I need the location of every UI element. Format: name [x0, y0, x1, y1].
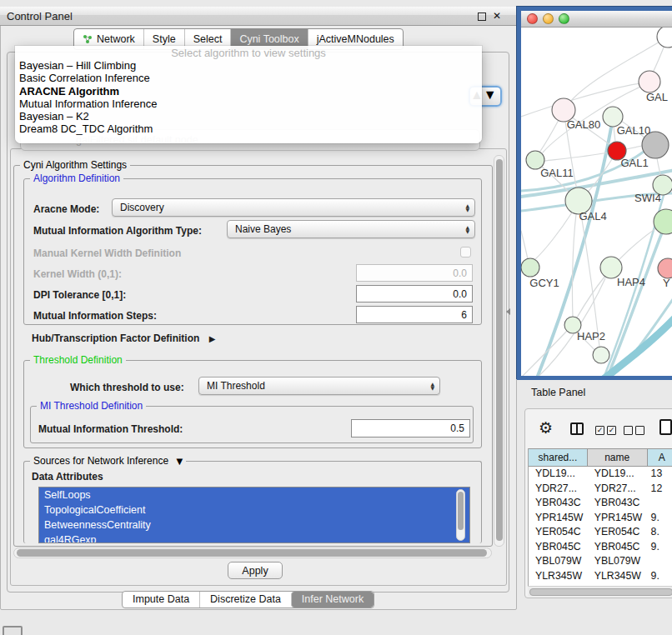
apply-button[interactable]: Apply [228, 562, 283, 579]
network-node-gcy1[interactable] [521, 258, 539, 277]
mi-type-label: Mutual Information Algorithm Type: [33, 225, 202, 237]
algorithm-option[interactable]: Bayesian – K2 [15, 110, 482, 122]
settings-vscrollbar[interactable] [494, 155, 504, 547]
data-attribute-item[interactable]: TopologicalCoefficient [39, 502, 469, 518]
table-row[interactable]: YBR043CYBR043C [529, 496, 672, 511]
network-node[interactable] [654, 209, 672, 234]
data-attributes-list[interactable]: SelfLoopsTopologicalCoefficientBetweenne… [38, 487, 470, 543]
select-all-icon[interactable]: ✓ [607, 426, 616, 435]
table-hscrollbar[interactable] [528, 586, 672, 597]
dpi-tolerance-field[interactable]: 0.0 [356, 285, 473, 302]
settings-hscrollbar-thumb[interactable] [17, 549, 487, 557]
network-node[interactable] [657, 28, 672, 48]
close-icon[interactable]: ✕ [493, 10, 501, 22]
splitter-collapse-icon[interactable] [506, 308, 510, 315]
attributes-scrollbar-thumb[interactable] [458, 492, 464, 530]
algorithm-definition-title: Algorithm Definition [30, 173, 123, 184]
node-label: GAL80 [567, 118, 600, 131]
mi-steps-field[interactable]: 6 [356, 306, 473, 323]
screen: Control Panel ✕ NetworkStyleSelectCyni T… [0, 0, 672, 635]
settings-vscrollbar-thumb[interactable] [496, 159, 503, 541]
network-node-y[interactable] [658, 258, 672, 278]
table-cell: YLR345W [588, 569, 648, 584]
table-cell: YBR043C [588, 496, 648, 511]
table-cell: YDL19... [529, 467, 588, 482]
algorithm-option[interactable]: Basic Correlation Inference [15, 72, 482, 84]
table-cell: YDL19... [588, 467, 648, 482]
network-edge [619, 228, 656, 260]
mi-type-combo[interactable]: Naive Bayes ▲▼ [227, 220, 475, 238]
tab-label: jActiveMNodules [317, 33, 394, 45]
sources-group-toggle[interactable]: Sources for Network Inference ▼ [30, 456, 186, 467]
stepper-arrows-icon: ▲▼ [465, 203, 469, 212]
table-row[interactable]: YLR345WYLR345W9. [529, 569, 672, 584]
algorithm-option[interactable]: ARACNE Algorithm [15, 85, 482, 98]
tab-label: Select [193, 33, 223, 45]
zoom-traffic-light[interactable] [559, 13, 569, 24]
network-edge [521, 83, 640, 117]
data-attributes-label: Data Attributes [32, 471, 103, 482]
minimize-traffic-light[interactable] [543, 13, 554, 24]
manual-kernel-label: Manual Kernel Width Definition [33, 248, 181, 259]
columns-icon-divider [576, 424, 578, 433]
network-edge [544, 152, 608, 161]
column-header-shared-[interactable]: shared... [529, 449, 588, 466]
table-row[interactable]: YDR27...YDR27...12 [529, 482, 672, 497]
sources-group-title: Sources for Network Inference [33, 455, 168, 467]
create-column-icon[interactable] [659, 419, 672, 435]
table-row[interactable]: YER054CYER054C8. [529, 525, 672, 540]
algorithm-option[interactable]: Mutual Information Inference [15, 98, 482, 110]
deselect-all-icon[interactable] [635, 426, 644, 435]
columns-icon[interactable] [570, 422, 584, 435]
algorithm-dropdown-popup: Select algorithm to view settings Bayesi… [15, 46, 482, 143]
column-header-name[interactable]: name [588, 449, 648, 466]
node-label: HAP2 [577, 330, 605, 342]
table-hscrollbar-thumb[interactable] [529, 588, 672, 596]
kernel-width-value: 0.0 [453, 268, 467, 279]
which-threshold-combo[interactable]: MI Threshold ▲▼ [198, 377, 440, 395]
manual-kernel-checkbox[interactable] [460, 247, 471, 258]
attributes-scrollbar[interactable] [456, 489, 465, 541]
node-label: GAL1 [620, 157, 648, 169]
table-cell: YPR145W [588, 511, 648, 526]
node-label: SWI4 [634, 192, 661, 204]
table-cell: YLR345W [529, 569, 588, 584]
settings-hscrollbar[interactable] [13, 548, 492, 558]
gear-icon[interactable]: ⚙ [539, 418, 553, 437]
network-node[interactable] [593, 347, 609, 363]
table-cell [648, 496, 672, 511]
select-all-icon[interactable]: ✓ [595, 426, 604, 435]
deselect-all-icon[interactable] [624, 426, 633, 435]
chevron-right-icon: ▶ [209, 334, 216, 343]
column-header-a[interactable]: A [648, 449, 672, 466]
data-attribute-item[interactable]: SelfLoops [39, 488, 469, 502]
data-attribute-item[interactable]: gal4RGexp [39, 532, 469, 543]
table-cell: YDR27... [529, 482, 588, 497]
mi-threshold-field[interactable]: 0.5 [351, 419, 470, 438]
mi-threshold-value: 0.5 [450, 422, 464, 434]
kernel-width-field[interactable]: 0.0 [356, 264, 473, 282]
table-row[interactable]: YBL079WYBL079W [529, 554, 672, 569]
hub-section-toggle[interactable]: Hub/Transcription Factor Definition ▶ [32, 332, 215, 345]
aracne-mode-combo[interactable]: Discovery ▲▼ [112, 198, 475, 217]
table-row[interactable]: YBR045CYBR045C9. [529, 540, 672, 555]
data-attribute-item[interactable]: BetweennessCentrality [39, 518, 469, 532]
table-body: YDL19...YDL19...13YDR27...YDR27...12YBR0… [529, 467, 672, 586]
tab-impute-data[interactable]: Impute Data [123, 592, 199, 608]
node-table: shared...nameA YDL19...YDL19...13YDR27..… [528, 448, 672, 586]
tab-infer-network[interactable]: Infer Network [291, 592, 374, 608]
stepper-arrows-icon: ▲▼ [430, 382, 434, 390]
table-row[interactable]: YPR145WYPR145W9. [529, 511, 672, 526]
network-canvas[interactable]: GALGAL80GAL10GAL1GAL11SWI4GAL4GCY1HAP4YH… [521, 28, 672, 376]
algorithm-option[interactable]: Dream8 DC_TDC Algorithm [15, 122, 482, 135]
tab-discretize-data[interactable]: Discretize Data [199, 592, 291, 608]
algorithm-option[interactable]: Bayesian – Hill Climbing [15, 59, 482, 72]
close-traffic-light[interactable] [527, 13, 538, 24]
table-cell: YBR045C [529, 540, 588, 555]
network-node-gal[interactable] [639, 71, 660, 92]
table-cell: 13 [648, 467, 672, 482]
table-row[interactable]: YDL19...YDL19...13 [529, 467, 672, 482]
threshold-group-title: Threshold Definition [30, 355, 126, 366]
docked-panel-icon[interactable] [3, 626, 23, 635]
float-panel-icon[interactable] [478, 12, 486, 21]
